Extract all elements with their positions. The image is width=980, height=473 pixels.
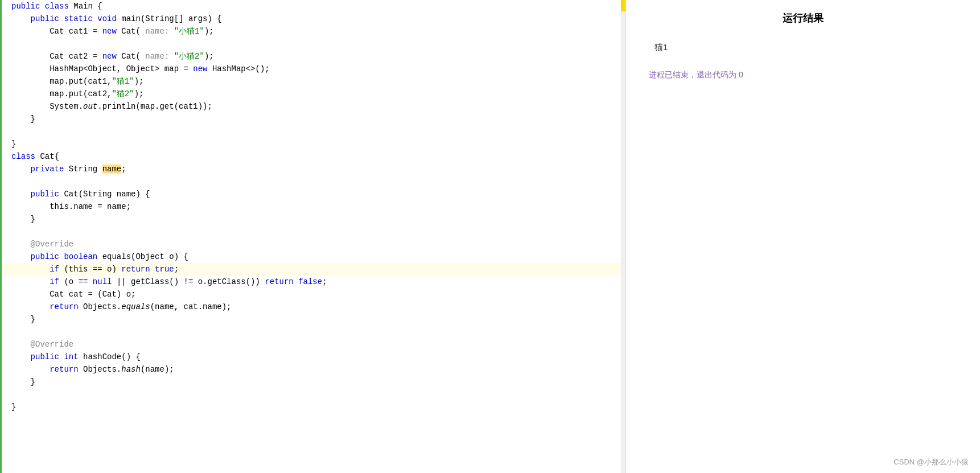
- code-line-22: if (this == o) return true;: [0, 263, 625, 275]
- code-line-13: class Cat{: [0, 150, 625, 163]
- code-line-29: public int hashCode() {: [0, 351, 625, 363]
- vertical-accent-line: [0, 0, 2, 473]
- line-content-5: Cat cat2 = new Cat( name: "小猫2");: [5, 50, 625, 63]
- code-line-6: HashMap<Object, Object> map = new HashMa…: [0, 63, 625, 75]
- code-line-25: return Objects.equals(name, cat.name);: [0, 301, 625, 313]
- code-line-17: this.name = name;: [0, 200, 625, 213]
- line-content-21: public boolean equals(Object o) {: [5, 250, 625, 263]
- code-line-12: }: [0, 138, 625, 150]
- code-line-16: public Cat(String name) {: [0, 188, 625, 200]
- code-line-9: System.out.println(map.get(cat1));: [0, 100, 625, 113]
- line-content-29: public int hashCode() {: [5, 351, 625, 363]
- line-content-32: [5, 388, 625, 401]
- code-line-5: Cat cat2 = new Cat( name: "小猫2");: [0, 50, 625, 63]
- line-content-7: map.put(cat1,"猫1");: [5, 75, 625, 88]
- code-line-3: Cat cat1 = new Cat( name: "小猫1");: [0, 25, 625, 38]
- line-content-22: if (this == o) return true;: [5, 263, 625, 275]
- line-content-18: }: [5, 213, 625, 225]
- code-line-10: }: [0, 113, 625, 125]
- line-content-26: }: [5, 313, 625, 326]
- line-content-15: [5, 175, 625, 188]
- line-content-14: private String name;: [5, 163, 625, 175]
- line-content-11: [5, 125, 625, 138]
- line-content-8: map.put(cat2,"猫2");: [5, 88, 625, 100]
- code-line-18: }: [0, 213, 625, 225]
- result-title: 运行结果: [643, 11, 963, 25]
- code-line-26: }: [0, 313, 625, 326]
- code-line-20: @Override: [0, 238, 625, 250]
- code-line-19: [0, 225, 625, 238]
- line-content-1: public class Main {: [5, 0, 625, 13]
- code-line-7: map.put(cat1,"猫1");: [0, 75, 625, 88]
- code-line-11: [0, 125, 625, 138]
- code-line-24: Cat cat = (Cat) o;: [0, 288, 625, 301]
- watermark: CSDN @小那么小小猿: [893, 457, 969, 467]
- result-status: 进程已结束，退出代码为 0: [649, 70, 963, 80]
- scrollbar-thumb[interactable]: [621, 0, 625, 11]
- code-line-33: }: [0, 401, 625, 413]
- code-line-4: [0, 38, 625, 50]
- line-content-30: return Objects.hash(name);: [5, 363, 625, 376]
- line-content-12: }: [5, 138, 625, 150]
- code-line-8: map.put(cat2,"猫2");: [0, 88, 625, 100]
- code-line-28: @Override: [0, 338, 625, 351]
- code-line-30: return Objects.hash(name);: [0, 363, 625, 376]
- line-content-10: }: [5, 113, 625, 125]
- scrollbar[interactable]: [621, 0, 625, 473]
- line-content-3: Cat cat1 = new Cat( name: "小猫1");: [5, 25, 625, 38]
- line-content-9: System.out.println(map.get(cat1));: [5, 100, 625, 113]
- line-content-23: if (o == null || getClass() != o.getClas…: [5, 275, 625, 288]
- code-line-15: [0, 175, 625, 188]
- line-content-20: @Override: [5, 238, 625, 250]
- code-line-2: public static void main(String[] args) {: [0, 13, 625, 25]
- line-content-33: }: [5, 401, 625, 413]
- line-content-16: public Cat(String name) {: [5, 188, 625, 200]
- code-line-32: [0, 388, 625, 401]
- line-content-27: [5, 326, 625, 338]
- result-panel: 运行结果 猫1 进程已结束，退出代码为 0 CSDN @小那么小小猿: [626, 0, 980, 473]
- line-content-6: HashMap<Object, Object> map = new HashMa…: [5, 63, 625, 75]
- line-content-28: @Override: [5, 338, 625, 351]
- code-line-23: if (o == null || getClass() != o.getClas…: [0, 275, 625, 288]
- result-output: 猫1: [654, 42, 963, 53]
- line-content-13: class Cat{: [5, 150, 625, 163]
- line-content-25: return Objects.equals(name, cat.name);: [5, 301, 625, 313]
- line-content-4: [5, 38, 625, 50]
- code-panel: public class Main { public static void m…: [0, 0, 626, 473]
- code-line-1: public class Main {: [0, 0, 625, 13]
- line-content-24: Cat cat = (Cat) o;: [5, 288, 625, 301]
- code-line-27: [0, 326, 625, 338]
- line-content-17: this.name = name;: [5, 200, 625, 213]
- code-line-31: }: [0, 376, 625, 388]
- line-content-31: }: [5, 376, 625, 388]
- line-content-19: [5, 225, 625, 238]
- code-line-14: private String name;: [0, 163, 625, 175]
- line-content-2: public static void main(String[] args) {: [5, 13, 625, 25]
- code-line-21: public boolean equals(Object o) {: [0, 250, 625, 263]
